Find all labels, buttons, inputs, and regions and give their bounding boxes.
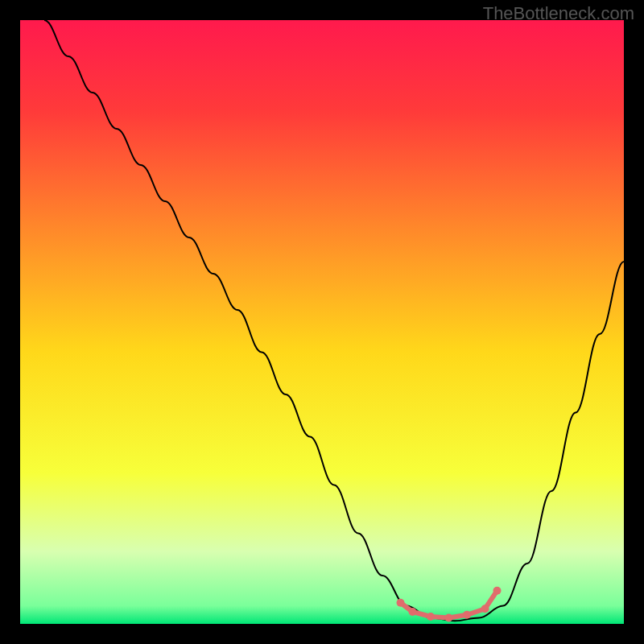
plot-area bbox=[20, 20, 624, 624]
chart-svg bbox=[20, 20, 624, 624]
optimal-zone-point bbox=[463, 611, 471, 619]
optimal-zone-point bbox=[481, 605, 489, 613]
optimal-zone-point bbox=[397, 599, 405, 607]
optimal-zone-point bbox=[409, 608, 417, 616]
watermark-text: TheBottleneck.com bbox=[483, 3, 634, 24]
optimal-zone-point bbox=[493, 587, 502, 595]
gradient-background bbox=[20, 20, 624, 624]
chart-container: TheBottleneck.com bbox=[0, 0, 644, 644]
optimal-zone-point bbox=[445, 614, 453, 622]
optimal-zone-point bbox=[427, 613, 435, 621]
